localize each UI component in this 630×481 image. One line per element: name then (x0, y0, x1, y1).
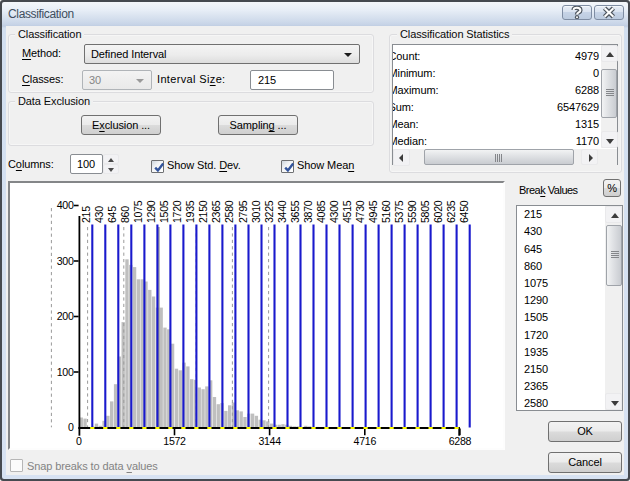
svg-text:5160: 5160 (380, 200, 392, 223)
svg-text:2365: 2365 (210, 200, 222, 223)
svg-text:6288: 6288 (449, 435, 472, 447)
svg-text:5375: 5375 (393, 200, 405, 223)
svg-text:1935: 1935 (184, 200, 196, 223)
svg-text:6235: 6235 (445, 200, 457, 223)
svg-text:200: 200 (57, 310, 74, 322)
svg-text:6450: 6450 (458, 200, 470, 223)
svg-text:3440: 3440 (276, 200, 288, 223)
svg-text:2580: 2580 (223, 200, 235, 223)
svg-text:4730: 4730 (354, 200, 366, 223)
svg-text:860: 860 (119, 206, 131, 223)
svg-text:5590: 5590 (406, 200, 418, 223)
svg-text:1572: 1572 (163, 435, 186, 447)
svg-text:3870: 3870 (302, 200, 314, 223)
svg-text:1505: 1505 (158, 200, 170, 223)
svg-text:1075: 1075 (132, 200, 144, 223)
svg-text:4716: 4716 (354, 435, 377, 447)
svg-text:400: 400 (57, 199, 74, 211)
svg-text:6020: 6020 (432, 200, 444, 223)
svg-text:1290: 1290 (145, 200, 157, 223)
svg-text:300: 300 (57, 255, 74, 267)
svg-text:3655: 3655 (289, 200, 301, 223)
svg-text:430: 430 (93, 206, 105, 223)
svg-text:2150: 2150 (197, 200, 209, 223)
svg-text:4300: 4300 (328, 200, 340, 223)
svg-text:0: 0 (76, 435, 82, 447)
svg-text:5805: 5805 (419, 200, 431, 223)
svg-text:3225: 3225 (263, 200, 275, 223)
svg-text:4085: 4085 (315, 200, 327, 223)
svg-text:3010: 3010 (250, 200, 262, 223)
svg-text:2795: 2795 (237, 200, 249, 223)
svg-text:4515: 4515 (341, 200, 353, 223)
svg-text:3144: 3144 (258, 435, 281, 447)
svg-text:100: 100 (57, 366, 74, 378)
svg-text:0: 0 (68, 421, 74, 433)
svg-text:215: 215 (80, 206, 92, 223)
svg-text:645: 645 (106, 206, 118, 223)
svg-text:1720: 1720 (171, 200, 183, 223)
svg-text:4945: 4945 (367, 200, 379, 223)
